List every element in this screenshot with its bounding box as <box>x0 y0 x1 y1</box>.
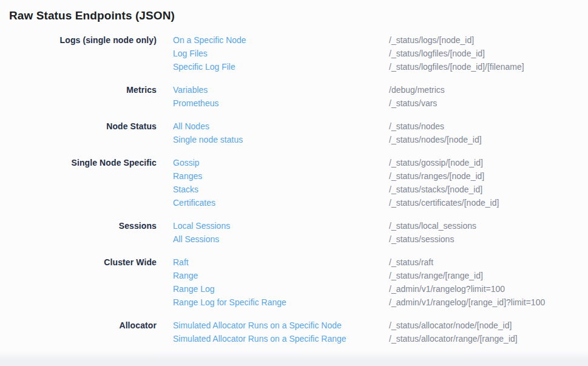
endpoint-section: Node StatusAll Nodes/_status/nodesSingle… <box>9 120 588 146</box>
endpoint-link[interactable]: Certificates <box>173 196 215 209</box>
endpoint-link[interactable]: Range Log for Specific Range <box>173 296 286 309</box>
endpoint-row: Single Node SpecificGossip/_status/gossi… <box>9 156 588 169</box>
endpoint-row: SessionsLocal Sessions/_status/local_ses… <box>9 219 588 232</box>
endpoint-row: Simulated Allocator Runs on a Specific R… <box>9 332 588 345</box>
endpoint-path: /_status/stacks/[node_id] <box>389 183 588 196</box>
endpoint-link[interactable]: Ranges <box>173 169 202 183</box>
endpoint-path: /debug/metrics <box>389 83 588 97</box>
endpoint-row: Specific Log File/_status/logfiles/[node… <box>9 60 588 73</box>
endpoint-row: Certificates/_status/certificates/[node_… <box>9 196 588 209</box>
endpoint-path: /_admin/v1/rangelog/[range_id]?limit=100 <box>389 296 588 309</box>
endpoint-link[interactable]: Single node status <box>173 133 243 146</box>
endpoint-link[interactable]: Log Files <box>173 47 208 60</box>
endpoint-path: /_status/logfiles/[node_id]/[filename] <box>389 60 588 73</box>
endpoint-row: MetricsVariables/debug/metrics <box>9 83 588 97</box>
category-label: Allocator <box>9 319 157 332</box>
endpoint-table: Logs (single node only)On a Specific Nod… <box>9 33 588 345</box>
category-label: Metrics <box>9 83 157 97</box>
endpoint-link[interactable]: Specific Log File <box>173 60 235 73</box>
endpoint-link[interactable]: Simulated Allocator Runs on a Specific N… <box>173 319 342 332</box>
footer-strip <box>0 351 588 366</box>
content-area: Raw Status Endpoints (JSON) Logs (single… <box>0 0 588 351</box>
category-label: Sessions <box>9 219 157 232</box>
endpoint-link[interactable]: On a Specific Node <box>173 33 246 47</box>
endpoint-row: Node StatusAll Nodes/_status/nodes <box>9 120 588 133</box>
page-title: Raw Status Endpoints (JSON) <box>9 8 588 24</box>
category-label: Node Status <box>9 120 157 133</box>
page: Raw Status Endpoints (JSON) Logs (single… <box>0 0 588 366</box>
endpoint-row: Single node status/_status/nodes/[node_i… <box>9 133 588 146</box>
endpoint-path: /_status/vars <box>389 97 588 110</box>
endpoint-link[interactable]: All Nodes <box>173 120 209 133</box>
endpoint-path: /_status/logfiles/[node_id] <box>389 47 588 60</box>
endpoint-path: /_status/raft <box>389 256 588 269</box>
endpoint-link[interactable]: Simulated Allocator Runs on a Specific R… <box>173 332 346 345</box>
endpoint-row: Prometheus/_status/vars <box>9 97 588 110</box>
endpoint-link[interactable]: Raft <box>173 256 189 269</box>
endpoint-link[interactable]: Range <box>173 269 198 282</box>
endpoint-link[interactable]: Prometheus <box>173 97 218 110</box>
endpoint-path: /_status/nodes/[node_id] <box>389 133 588 146</box>
endpoint-path: /_status/local_sessions <box>389 219 588 232</box>
endpoint-row: AllocatorSimulated Allocator Runs on a S… <box>9 319 588 332</box>
endpoint-section: AllocatorSimulated Allocator Runs on a S… <box>9 319 588 345</box>
endpoint-link[interactable]: Gossip <box>173 156 200 169</box>
endpoint-link[interactable]: All Sessions <box>173 232 219 246</box>
endpoint-link[interactable]: Variables <box>173 83 208 97</box>
endpoint-section: SessionsLocal Sessions/_status/local_ses… <box>9 219 588 246</box>
endpoint-path: /_status/ranges/[node_id] <box>389 169 588 183</box>
endpoint-section: Single Node SpecificGossip/_status/gossi… <box>9 156 588 209</box>
endpoint-link[interactable]: Local Sessions <box>173 219 230 232</box>
endpoint-row: Ranges/_status/ranges/[node_id] <box>9 169 588 183</box>
endpoint-row: Cluster WideRaft/_status/raft <box>9 256 588 269</box>
endpoint-path: /_status/allocator/node/[node_id] <box>389 319 588 332</box>
endpoint-path: /_status/range/[range_id] <box>389 269 588 282</box>
category-label: Cluster Wide <box>9 256 157 269</box>
endpoint-path: /_status/gossip/[node_id] <box>389 156 588 169</box>
endpoint-row: Range Log for Specific Range/_admin/v1/r… <box>9 296 588 309</box>
endpoint-row: Range Log/_admin/v1/rangelog?limit=100 <box>9 282 588 296</box>
endpoint-row: Log Files/_status/logfiles/[node_id] <box>9 47 588 60</box>
endpoint-section: MetricsVariables/debug/metricsPrometheus… <box>9 83 588 110</box>
endpoint-row: Stacks/_status/stacks/[node_id] <box>9 183 588 196</box>
endpoint-path: /_status/allocator/range/[range_id] <box>389 332 588 345</box>
endpoint-row: Logs (single node only)On a Specific Nod… <box>9 33 588 47</box>
endpoint-path: /_status/certificates/[node_id] <box>389 196 588 209</box>
endpoint-section: Cluster WideRaft/_status/raftRange/_stat… <box>9 256 588 309</box>
endpoint-path: /_admin/v1/rangelog?limit=100 <box>389 282 588 296</box>
endpoint-path: /_status/sessions <box>389 232 588 246</box>
endpoint-row: All Sessions/_status/sessions <box>9 232 588 246</box>
category-label: Logs (single node only) <box>9 33 157 47</box>
endpoint-link[interactable]: Stacks <box>173 183 198 196</box>
endpoint-section: Logs (single node only)On a Specific Nod… <box>9 33 588 73</box>
endpoint-path: /_status/nodes <box>389 120 588 133</box>
category-label: Single Node Specific <box>9 156 157 169</box>
endpoint-link[interactable]: Range Log <box>173 282 215 296</box>
endpoint-row: Range/_status/range/[range_id] <box>9 269 588 282</box>
endpoint-path: /_status/logs/[node_id] <box>389 33 588 47</box>
